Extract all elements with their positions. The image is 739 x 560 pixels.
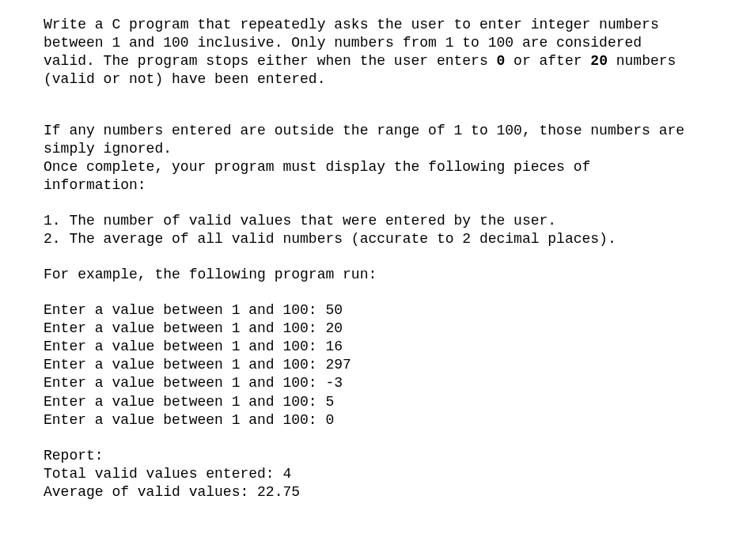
requirement-item-1: 1. The number of valid values that were … xyxy=(44,212,692,230)
example-run-line: Enter a value between 1 and 100: 0 xyxy=(44,411,692,429)
p1-bold-twenty: 20 xyxy=(590,53,608,69)
report-average: Average of valid values: 22.75 xyxy=(44,483,692,501)
report-total: Total valid values entered: 4 xyxy=(44,465,692,483)
example-run-line: Enter a value between 1 and 100: 50 xyxy=(44,301,692,320)
problem-statement-p3: Once complete, your program must display… xyxy=(44,158,692,195)
example-run-line: Enter a value between 1 and 100: 16 xyxy=(44,338,692,356)
example-run-line: Enter a value between 1 and 100: 20 xyxy=(44,320,692,338)
p1-text-2: or after xyxy=(505,53,590,69)
example-run-line: Enter a value between 1 and 100: -3 xyxy=(44,374,692,392)
example-run-line: Enter a value between 1 and 100: 297 xyxy=(44,356,692,374)
problem-statement-p1: Write a C program that repeatedly asks t… xyxy=(44,16,692,89)
p1-bold-zero: 0 xyxy=(497,53,506,69)
example-intro: For example, the following program run: xyxy=(44,266,692,284)
report-header: Report: xyxy=(44,447,692,465)
requirement-item-2: 2. The average of all valid numbers (acc… xyxy=(44,230,692,248)
example-run-line: Enter a value between 1 and 100: 5 xyxy=(44,393,692,411)
problem-statement-p2: If any numbers entered are outside the r… xyxy=(44,122,692,158)
